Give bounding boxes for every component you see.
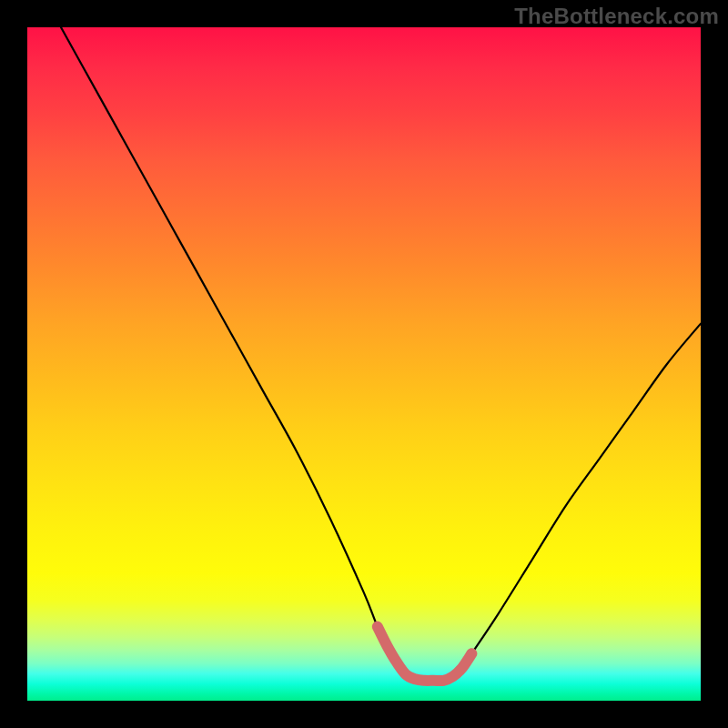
optimal-region-marker [378,627,472,682]
curve-overlay [27,27,701,701]
bottleneck-curve [61,27,701,681]
chart-frame: TheBottleneck.com [0,0,728,728]
watermark-text: TheBottleneck.com [514,4,719,29]
plot-area [27,27,701,701]
